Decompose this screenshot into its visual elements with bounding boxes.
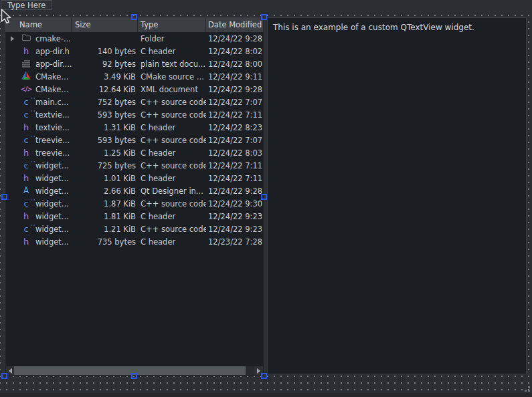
table-row[interactable]: c++textvie...593 bytesC++ source code12/… <box>5 108 264 121</box>
cpp-source-icon: c++ <box>23 98 28 106</box>
table-row[interactable]: c++widget...1.87 KiBC++ source code12/24… <box>5 197 264 210</box>
file-date-cell: 12/23/22 7:28 . <box>206 237 264 247</box>
file-type-cell: XML document <box>138 85 206 94</box>
cpp-source-icon: c++ <box>23 199 28 208</box>
file-date-cell: 12/24/22 9:30 . <box>206 199 264 209</box>
cmake-icon <box>21 71 31 80</box>
file-date-cell: 12/24/22 9:28 . <box>206 186 264 196</box>
file-type-cell: C++ source code <box>138 225 206 234</box>
file-name-label: widget... <box>35 186 69 196</box>
file-name-label: widget... <box>35 212 69 221</box>
file-name-label: treevie... <box>35 148 70 158</box>
folder-icon <box>21 33 31 41</box>
c-header-icon: h <box>23 174 29 183</box>
file-type-cell: CMake source ... <box>138 72 206 82</box>
selection-handle-bottom-center[interactable] <box>131 373 137 379</box>
table-row[interactable]: hwidget...735 bytesC header12/23/22 7:28… <box>5 235 264 248</box>
table-row[interactable]: CMake...3.49 KiBCMake source ...12/24/22… <box>5 70 264 83</box>
c-header-icon: h <box>23 47 29 56</box>
menu-bar: Type Here <box>0 0 532 10</box>
file-type-cell: Qt Designer in... <box>138 186 206 196</box>
table-row[interactable]: c++widget...725 bytesC++ source code12/2… <box>5 159 264 172</box>
xml-code-icon: </> <box>20 86 31 93</box>
file-type-cell: plain text docu... <box>138 59 206 69</box>
file-size-cell: 752 bytes <box>72 98 138 107</box>
right-arrow-icon <box>257 368 260 374</box>
file-date-cell: 12/24/22 8:00 . <box>206 59 264 69</box>
column-header-date-modified[interactable]: Date Modified <box>206 18 264 32</box>
table-row[interactable]: </>CMake...12.64 KiBXML document12/24/22… <box>5 83 264 96</box>
table-row[interactable]: c++widget...1.21 KiBC++ source code12/24… <box>5 223 264 235</box>
column-header-size[interactable]: Size <box>72 18 138 32</box>
file-size-cell: 1.25 KiB <box>72 148 138 158</box>
cpp-source-icon: c++ <box>23 110 28 119</box>
file-size-cell: 735 bytes <box>72 237 138 247</box>
file-size-cell: 2.66 KiB <box>72 186 138 196</box>
file-name-cell: cmake-... <box>5 33 72 43</box>
file-size-cell: 12.64 KiB <box>72 85 138 94</box>
table-row[interactable]: Åwidget...2.66 KiBQt Designer in...12/24… <box>5 184 264 197</box>
file-name-cell: CMake... <box>5 71 72 82</box>
selection-handle-top-center[interactable] <box>131 14 137 20</box>
c-header-icon: h <box>23 212 29 221</box>
table-row[interactable]: c++treevie...593 bytesC++ source code12/… <box>5 134 264 146</box>
mouse-cursor-icon <box>1 9 13 25</box>
file-date-cell: 12/24/22 9:28 . <box>206 34 264 43</box>
file-type-cell: C header <box>138 47 206 56</box>
c-header-icon: h <box>23 237 29 247</box>
designer-form-canvas: Type Here Name Size Type Date Modified c… <box>0 0 532 397</box>
table-row[interactable]: c++main.c...752 bytesC++ source code12/2… <box>5 96 264 108</box>
column-header-type[interactable]: Type <box>138 18 206 32</box>
file-name-label: cmake-... <box>35 34 71 43</box>
file-date-cell: 12/24/22 9:11 . <box>206 72 264 82</box>
qtextview-widget[interactable]: This is an example of a custom QTextView… <box>267 17 527 374</box>
file-name-label: app-dir.h <box>35 47 70 56</box>
file-name-label: widget... <box>35 161 69 170</box>
file-name-label: widget... <box>35 174 69 183</box>
file-type-cell: C++ source code <box>138 136 206 145</box>
expand-arrow-icon[interactable] <box>11 36 20 41</box>
column-header-name[interactable]: Name <box>5 18 72 32</box>
qt-designer-ui-icon: Å <box>23 186 29 196</box>
file-date-cell: 12/24/22 9:23 . <box>206 225 264 234</box>
file-name-cell: htextvie... <box>5 123 72 132</box>
file-size-cell: 1.21 KiB <box>72 225 138 234</box>
file-type-cell: C++ source code <box>138 110 206 120</box>
file-name-cell: happ-dir.h <box>5 47 72 56</box>
file-name-cell: hwidget... <box>5 237 72 247</box>
selection-handle-top-right[interactable] <box>261 14 267 20</box>
table-row[interactable]: hwidget...1.81 KiBC header12/24/22 9:23 … <box>5 210 264 223</box>
table-row[interactable]: hwidget...1.01 KiBC header12/24/22 7:11 … <box>5 172 264 184</box>
file-date-cell: 12/24/22 9:28 . <box>206 85 264 94</box>
file-name-cell: c++treevie... <box>5 136 72 145</box>
file-name-cell: app-dir.... <box>5 59 72 70</box>
left-arrow-icon <box>9 368 12 374</box>
file-name-label: widget... <box>35 199 69 209</box>
file-type-cell: C++ source code <box>138 161 206 170</box>
c-header-icon: h <box>23 123 29 132</box>
table-row[interactable]: htreevie...1.25 KiBC header12/24/22 8:03… <box>5 146 264 159</box>
file-size-cell: 1.87 KiB <box>72 199 138 209</box>
selection-handle-mid-right[interactable] <box>261 194 267 200</box>
selection-handle-bottom-right[interactable] <box>261 373 267 379</box>
cpp-source-icon: c++ <box>23 161 28 170</box>
file-size-cell: 593 bytes <box>72 136 138 145</box>
file-type-cell: C++ source code <box>138 98 206 107</box>
file-size-cell: 3.49 KiB <box>72 72 138 82</box>
file-name-cell: hwidget... <box>5 174 72 183</box>
selection-handle-bottom-left[interactable] <box>1 373 7 379</box>
cpp-source-icon: c++ <box>23 225 28 233</box>
text-file-icon <box>21 59 31 68</box>
selection-handle-mid-left[interactable] <box>1 194 7 200</box>
table-row[interactable]: app-dir....92 bytesplain text docu...12/… <box>5 57 264 70</box>
table-row[interactable]: cmake-...Folder12/24/22 9:28 . <box>5 32 264 45</box>
file-size-cell: 92 bytes <box>72 59 138 69</box>
cpp-source-icon: c++ <box>23 136 28 144</box>
file-tree-widget[interactable]: Name Size Type Date Modified cmake-...Fo… <box>5 17 264 376</box>
file-name-label: textvie... <box>35 123 70 132</box>
scrollbar-thumb[interactable] <box>14 366 246 375</box>
file-date-cell: 12/24/22 7:11 . <box>206 110 264 120</box>
file-size-cell: 593 bytes <box>72 110 138 120</box>
table-row[interactable]: htextvie...1.31 KiBC header12/24/22 8:23… <box>5 121 264 134</box>
table-row[interactable]: happ-dir.h140 bytesC header12/24/22 8:02… <box>5 45 264 57</box>
